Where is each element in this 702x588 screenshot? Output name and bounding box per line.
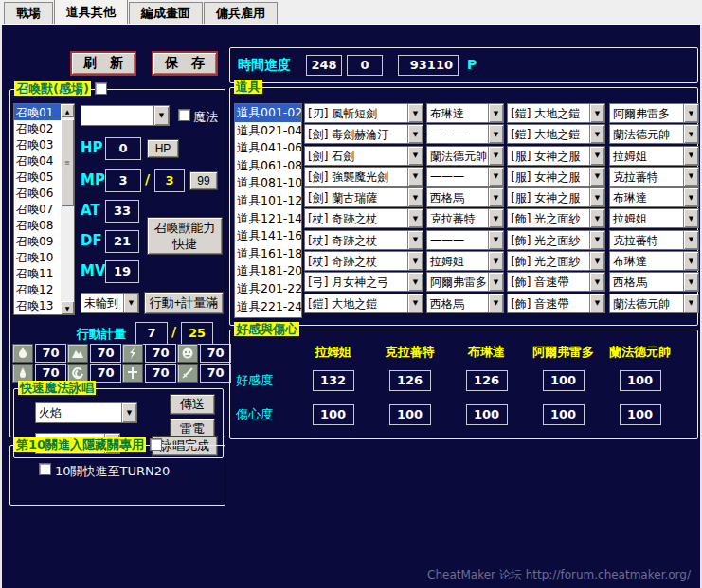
- turn20-skip-checkbox[interactable]: [39, 463, 51, 475]
- chevron-down-icon[interactable]: ▼: [407, 147, 423, 165]
- chevron-down-icon[interactable]: ▼: [488, 231, 503, 249]
- chevron-down-icon[interactable]: ▼: [589, 188, 604, 206]
- scroll-thumb[interactable]: ≡: [61, 119, 74, 206]
- time-turn-input[interactable]: 248: [306, 55, 342, 76]
- summon-list-item[interactable]: 召喚11: [14, 265, 61, 281]
- summon-list-item[interactable]: 召喚07: [14, 201, 61, 217]
- action-gauge-full-button[interactable]: 行動+計量滿: [144, 292, 224, 314]
- item-dropdown-a[interactable]: [鎧] 大地之鎧 ▼: [304, 294, 423, 313]
- chevron-down-icon[interactable]: ▼: [407, 252, 423, 270]
- summon-list-item[interactable]: 召喚01: [14, 104, 61, 120]
- owner-dropdown-a[interactable]: 西格馬 ▼: [426, 187, 504, 207]
- summon-ability-shortcut-button[interactable]: 召喚獸能力 快捷: [147, 217, 223, 255]
- thunder-icon[interactable]: [122, 344, 143, 363]
- chevron-down-icon[interactable]: ▼: [589, 231, 604, 249]
- tab[interactable]: 戰場: [4, 2, 53, 24]
- chevron-down-icon[interactable]: ▼: [683, 273, 698, 291]
- item-dropdown-a[interactable]: [杖] 奇跡之杖 ▼: [304, 230, 423, 250]
- item-page-row[interactable]: 道具061-080: [235, 157, 301, 175]
- good-value-input[interactable]: 132: [313, 370, 354, 391]
- tab[interactable]: 道具其他: [54, 0, 128, 24]
- holy-resist-value[interactable]: 70: [145, 364, 176, 383]
- owner-dropdown-b[interactable]: 蘭法德元帥 ▼: [609, 124, 699, 144]
- df-input[interactable]: 21: [105, 230, 139, 253]
- item-dropdown-b[interactable]: [服] 女神之服 ▼: [507, 187, 605, 207]
- turn-state-dropdown[interactable]: 未輪到 ▼: [81, 293, 139, 313]
- item-dropdown-b[interactable]: [飾] 音速帶 ▼: [507, 272, 605, 292]
- water-resist-value[interactable]: 70: [35, 364, 66, 383]
- item-dropdown-b[interactable]: [鎧] 大地之鎧 ▼: [507, 103, 605, 123]
- chevron-down-icon[interactable]: ▼: [488, 294, 503, 312]
- owner-dropdown-a[interactable]: 克拉蕃特 ▼: [426, 208, 504, 228]
- magic-checkbox[interactable]: [178, 109, 190, 121]
- item-page-row[interactable]: 道具041-060: [235, 139, 301, 157]
- chevron-down-icon[interactable]: ▼: [683, 125, 698, 143]
- owner-dropdown-a[interactable]: ——— ▼: [426, 124, 504, 144]
- chevron-down-icon[interactable]: ▼: [683, 168, 698, 186]
- chevron-down-icon[interactable]: ▼: [488, 104, 503, 122]
- good-value-input[interactable]: 126: [466, 370, 508, 391]
- chevron-down-icon[interactable]: ▼: [407, 125, 423, 143]
- chevron-down-icon[interactable]: ▼: [407, 188, 423, 206]
- blade-icon[interactable]: [177, 364, 198, 383]
- chevron-down-icon[interactable]: ▼: [589, 125, 604, 143]
- summon-panel-checkbox[interactable]: [95, 82, 107, 95]
- owner-dropdown-a[interactable]: ——— ▼: [426, 230, 504, 250]
- good-value-input[interactable]: 126: [389, 370, 431, 391]
- chevron-down-icon[interactable]: ▼: [683, 231, 698, 249]
- item-page-row[interactable]: 道具101-120: [235, 192, 301, 210]
- summon-list-item[interactable]: 召喚13: [14, 297, 61, 313]
- chevron-down-icon[interactable]: ▼: [589, 294, 604, 312]
- item-dropdown-b[interactable]: [飾] 光之面紗 ▼: [507, 251, 605, 271]
- refresh-button[interactable]: 刷 新: [70, 51, 136, 76]
- chevron-down-icon[interactable]: ▼: [488, 252, 503, 270]
- save-button[interactable]: 保 存: [152, 51, 218, 76]
- item-page-row[interactable]: 道具121-140: [235, 210, 301, 228]
- item-page-row[interactable]: 道具081-100: [235, 174, 301, 192]
- mp-99-button[interactable]: 99: [189, 171, 218, 190]
- wind-icon[interactable]: [67, 364, 88, 383]
- scroll-down-icon[interactable]: ▼: [61, 301, 74, 314]
- sad-value-input[interactable]: 100: [620, 404, 661, 425]
- owner-dropdown-a[interactable]: 阿爾弗雷多 ▼: [426, 272, 504, 292]
- hp-max-button[interactable]: HP: [147, 139, 179, 158]
- chevron-down-icon[interactable]: ▼: [683, 104, 698, 122]
- item-dropdown-a[interactable]: [劍] 毒劍赫淪汀 ▼: [304, 124, 423, 144]
- summon-list-item[interactable]: 召喚02: [14, 120, 61, 136]
- holy-icon[interactable]: [122, 364, 143, 383]
- chevron-down-icon[interactable]: ▼: [121, 403, 136, 422]
- action-gauge-max-input[interactable]: 25: [181, 322, 213, 345]
- tab[interactable]: 傭兵雇用: [204, 2, 278, 24]
- item-dropdown-a[interactable]: [劍] 蘭古瑞薩 ▼: [304, 187, 423, 207]
- summon-list-item[interactable]: 召喚12: [14, 281, 61, 297]
- mp-input[interactable]: 3: [105, 169, 141, 192]
- chevron-down-icon[interactable]: ▼: [488, 188, 503, 206]
- owner-dropdown-b[interactable]: 布琳達 ▼: [609, 187, 699, 207]
- owner-dropdown-b[interactable]: 西格馬 ▼: [609, 272, 699, 292]
- item-dropdown-a[interactable]: [刃] 風斬短劍 ▼: [304, 103, 423, 123]
- chevron-down-icon[interactable]: ▼: [488, 273, 503, 291]
- good-value-input[interactable]: 100: [620, 370, 661, 391]
- summon-list[interactable]: 召喚01召喚02召喚03召喚04召喚05召喚06召喚07召喚08召喚09召喚10…: [13, 103, 75, 315]
- chevron-down-icon[interactable]: ▼: [407, 273, 423, 291]
- earth-resist-value[interactable]: 70: [90, 344, 121, 363]
- owner-dropdown-b[interactable]: 拉姆姐 ▼: [609, 146, 699, 166]
- chevron-down-icon[interactable]: ▼: [683, 147, 698, 165]
- earth-icon[interactable]: [67, 344, 88, 363]
- send-button[interactable]: 傳送: [170, 394, 215, 415]
- item-page-row[interactable]: 道具201-220: [235, 280, 301, 298]
- chevron-down-icon[interactable]: ▼: [589, 273, 604, 291]
- item-dropdown-b[interactable]: [飾] 光之面紗 ▼: [507, 208, 605, 228]
- chevron-down-icon[interactable]: ▼: [589, 209, 604, 227]
- item-dropdown-a[interactable]: [杖] 奇跡之杖 ▼: [304, 208, 423, 228]
- owner-dropdown-a[interactable]: 布琳達 ▼: [426, 103, 504, 123]
- hp-input[interactable]: 0: [105, 137, 141, 160]
- chevron-down-icon[interactable]: ▼: [683, 209, 698, 227]
- summon-list-item[interactable]: 召喚09: [14, 233, 61, 249]
- summon-name-dropdown[interactable]: ▼: [81, 105, 170, 126]
- owner-dropdown-a[interactable]: ——— ▼: [426, 167, 504, 187]
- chevron-down-icon[interactable]: ▼: [683, 252, 698, 270]
- owner-dropdown-b[interactable]: 拉姆姐 ▼: [609, 208, 699, 228]
- summon-list-item[interactable]: 召喚08: [14, 217, 61, 233]
- chevron-down-icon[interactable]: ▼: [488, 209, 503, 227]
